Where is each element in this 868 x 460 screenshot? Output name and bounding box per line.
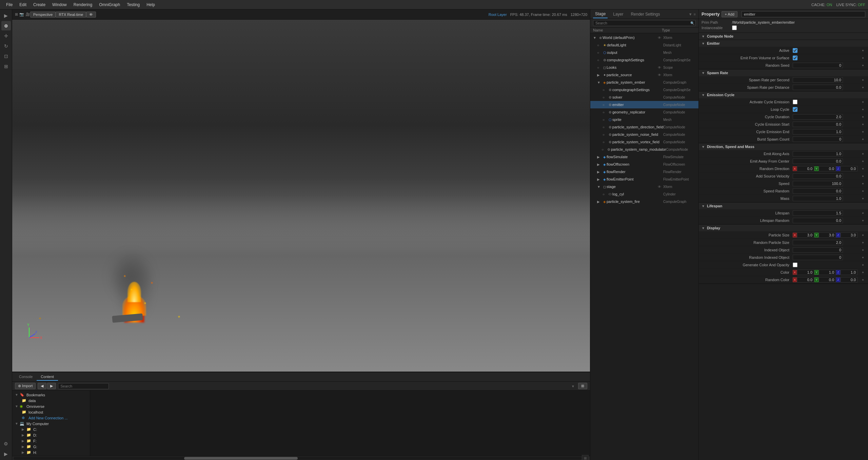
ps-x-input[interactable]	[797, 232, 814, 238]
emit-volume-options[interactable]: ●	[861, 56, 865, 60]
import-button[interactable]: ⊕ Import	[15, 383, 36, 389]
speed-input[interactable]	[793, 181, 843, 186]
rtx-button[interactable]: RTX Real-time	[56, 12, 86, 18]
stage-row-looks[interactable]: ○ ◻ Looks 👁 Scope	[590, 64, 698, 71]
cycle-emission-end-options[interactable]: ●	[861, 129, 865, 134]
stage-row-defaultlight[interactable]: ○ ☀ defaultLight DistantLight	[590, 41, 698, 49]
loop-cycle-options[interactable]: ●	[861, 107, 865, 112]
tab-console[interactable]: Console	[15, 373, 37, 381]
activate-cycle-options[interactable]: ●	[861, 100, 865, 104]
eye-button[interactable]: 👁	[86, 12, 96, 18]
c-y-input[interactable]	[819, 270, 836, 275]
cycle-emission-end-input[interactable]	[793, 129, 843, 134]
stage-row-particle-system-ember[interactable]: ▼ ◈ particle_system_ember ComputeGraph	[590, 79, 698, 86]
lifespan-random-options[interactable]: ●	[861, 218, 865, 223]
random-particle-size-options[interactable]: ●	[861, 240, 865, 245]
stage-row-vortex-field[interactable]: ○ ⚙ particle_system_vortex_field Compute…	[590, 138, 698, 146]
color-options[interactable]: ●	[861, 270, 865, 275]
tab-content[interactable]: Content	[37, 373, 58, 381]
stage-eye[interactable]: 👁	[658, 185, 663, 189]
menu-file[interactable]: File	[3, 2, 16, 8]
content-filter-btn[interactable]: ⊞	[578, 383, 587, 389]
stage-row-flowrender[interactable]: ▶ ◈ flowRender FlowRender	[590, 168, 698, 175]
mass-options[interactable]: ●	[861, 196, 865, 201]
section-emitter-header[interactable]: ▼ Emitter	[699, 40, 868, 47]
active-options[interactable]: ●	[861, 48, 865, 53]
generate-color-options[interactable]: ●	[861, 263, 865, 267]
section-lifespan-header[interactable]: ▼ Lifespan	[699, 203, 868, 209]
stage-row-world[interactable]: ▼ ⊕ World (defaultPrim) 👁 Xform	[590, 34, 698, 41]
content-search-input[interactable]	[58, 383, 109, 389]
activate-cycle-checkbox[interactable]	[793, 100, 797, 104]
spawn-per-distance-options[interactable]: ●	[861, 85, 865, 90]
add-button[interactable]: + Add	[722, 11, 737, 17]
stage-row-noise-field[interactable]: ○ ⚙ particle_system_noise_field ComputeN…	[590, 131, 698, 138]
grid-view-btn[interactable]: ⊞	[582, 455, 589, 460]
nav-forward[interactable]: ▶	[47, 383, 56, 389]
tree-item-localhost[interactable]: 📁 localhost	[12, 409, 90, 415]
random-seed-options[interactable]: ●	[861, 63, 865, 68]
section-compute-node-header[interactable]: ▼ Compute Node	[699, 33, 868, 40]
particle-size-options[interactable]: ●	[861, 233, 865, 237]
emit-volume-checkbox[interactable]	[793, 56, 797, 60]
random-particle-size-input[interactable]	[793, 240, 843, 245]
menu-edit[interactable]: Edit	[16, 2, 30, 8]
menu-rendering[interactable]: Rendering	[70, 2, 96, 8]
rc-y-input[interactable]	[819, 277, 836, 283]
stage-row-sprite[interactable]: ○ ⬡ sprite Mesh	[590, 116, 698, 123]
lifespan-random-input[interactable]	[793, 218, 843, 223]
stage-row-direction-field[interactable]: ○ ⚙ particle_system_direction_field Comp…	[590, 123, 698, 131]
tree-item-d[interactable]: ▶ 📁 D:	[12, 432, 90, 438]
nav-back[interactable]: ◀	[38, 383, 46, 389]
random-seed-input[interactable]	[793, 63, 843, 68]
add-source-vel-input[interactable]	[793, 173, 843, 179]
menu-create[interactable]: Create	[30, 2, 49, 8]
speed-random-input[interactable]	[793, 188, 843, 194]
sidebar-snap-icon[interactable]: ⊞	[1, 62, 11, 71]
horizontal-scrollbar[interactable]: ⊞	[12, 456, 590, 460]
cycle-duration-input[interactable]	[793, 114, 843, 120]
property-name-input[interactable]	[742, 11, 865, 17]
cycle-emission-start-options[interactable]: ●	[861, 122, 865, 127]
world-eye-icon[interactable]: 👁	[658, 36, 663, 40]
tab-render-settings[interactable]: Render Settings	[629, 11, 662, 18]
burst-spawn-input[interactable]	[793, 137, 843, 142]
spawn-per-second-options[interactable]: ●	[861, 78, 865, 82]
stage-row-output[interactable]: ○ ⬡ output Mesh	[590, 49, 698, 56]
stage-row-flowsimulate[interactable]: ▶ ◈ flowSimulate FlowSimulate	[590, 153, 698, 161]
stage-search-input[interactable]	[593, 20, 696, 26]
spawn-per-second-input[interactable]	[793, 77, 843, 83]
instanceable-checkbox[interactable]	[732, 25, 737, 30]
emit-away-center-options[interactable]: ●	[861, 159, 865, 164]
scrollbar-thumb[interactable]	[184, 457, 298, 460]
section-spawn-rate-header[interactable]: ▼ Spawn Rate	[699, 69, 868, 76]
sidebar-view-icon[interactable]: ⊕	[1, 21, 11, 30]
spawn-per-distance-input[interactable]	[793, 85, 843, 90]
looks-eye-icon[interactable]: 👁	[658, 66, 663, 69]
random-indexed-object-options[interactable]: ●	[861, 255, 865, 260]
sidebar-scale-icon[interactable]: ⊡	[1, 51, 11, 61]
stage-row-flowoffscreen[interactable]: ▶ ◈ flowOffscreen FlowOffscreen	[590, 161, 698, 168]
rd-y-input[interactable]	[819, 166, 836, 171]
tree-item-add-connection[interactable]: ⊕ Add New Connection ...	[12, 415, 90, 421]
random-direction-options[interactable]: ●	[861, 166, 865, 171]
tree-item-mycomputer[interactable]: ▼ 💻 My Computer	[12, 421, 90, 426]
stage-row-solver[interactable]: ○ ⚙ solver ComputeNode	[590, 93, 698, 101]
active-checkbox[interactable]	[793, 48, 797, 53]
particle-source-eye[interactable]: 👁	[658, 73, 663, 77]
burst-spawn-options[interactable]: ●	[861, 137, 865, 142]
rc-z-input[interactable]	[841, 277, 857, 283]
tree-item-c[interactable]: ▶ 📁 C:	[12, 426, 90, 432]
perspective-button[interactable]: Perspective	[30, 12, 56, 18]
c-z-input[interactable]	[841, 270, 857, 275]
lifespan-options[interactable]: ●	[861, 211, 865, 215]
generate-color-checkbox[interactable]	[793, 263, 797, 267]
menu-help[interactable]: Help	[143, 2, 158, 8]
mass-input[interactable]	[793, 196, 843, 201]
stage-row-stage[interactable]: ▼ ◻ stage 👁 Xform	[590, 183, 698, 190]
tree-item-h[interactable]: ▶ 📁 H:	[12, 449, 90, 455]
emit-along-axis-options[interactable]: ●	[861, 151, 865, 156]
sidebar-play-icon[interactable]: ▶	[1, 449, 11, 459]
sidebar-select-icon[interactable]: ▶	[1, 11, 11, 20]
section-emission-cycle-header[interactable]: ▼ Emission Cycle	[699, 91, 868, 98]
